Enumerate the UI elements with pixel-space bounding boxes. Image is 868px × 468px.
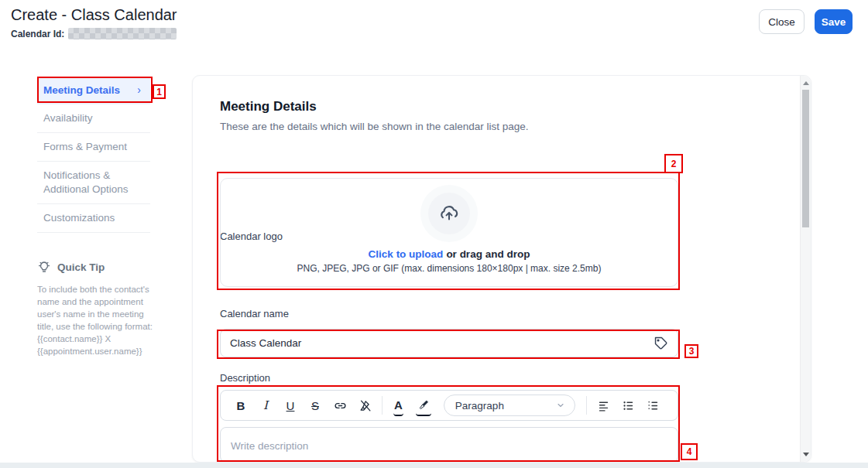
link-icon[interactable] [328,395,352,416]
section-subheading: These are the details which will be show… [220,121,528,132]
description-editor[interactable]: Write description [220,427,678,463]
meeting-details-panel: Meeting Details These are the details wh… [192,75,811,463]
sidebar-item-availability[interactable]: Availability [37,104,150,133]
rich-text-toolbar: B I U S A Paragraph [220,390,678,421]
sidebar-item-customizations[interactable]: Customizations [37,204,150,233]
paragraph-style-select[interactable]: Paragraph [444,395,575,416]
chevron-down-icon [556,401,565,410]
clear-format-icon[interactable] [352,395,377,416]
quick-tip: Quick Tip To include both the contact's … [37,260,156,357]
bold-button[interactable]: B [228,395,253,416]
paragraph-style-value: Paragraph [455,400,504,412]
annotation-label-1: 1 [153,84,166,99]
sidebar-item-forms-payment[interactable]: Forms & Payment [37,133,150,162]
panel-scrollbar[interactable] [800,76,811,462]
strikethrough-button[interactable]: S [303,395,328,416]
italic-button[interactable]: I [253,395,278,416]
sidebar-item-label: Meeting Details [43,84,120,96]
close-button[interactable]: Close [759,9,805,34]
scroll-down-arrow-icon[interactable] [803,453,809,456]
scrollbar-thumb[interactable] [802,90,809,227]
section-heading: Meeting Details [220,99,317,114]
calendar-name-label: Calendar name [220,308,289,319]
chevron-right-icon: › [137,83,141,97]
sidebar-item-meeting-details[interactable]: Meeting Details › [37,77,150,104]
align-left-icon[interactable] [592,395,616,416]
page-title: Create - Class Calendar [11,6,177,24]
underline-button[interactable]: U [278,395,303,416]
calendar-name-input[interactable] [220,329,678,357]
numbered-list-icon[interactable] [641,395,666,416]
toolbar-divider [382,396,383,415]
logo-upload-dropzone[interactable]: Click to uploador drag and drop PNG, JPE… [220,178,678,287]
upload-cloud-icon [428,193,470,234]
click-to-upload-link[interactable]: Click to upload [369,248,444,260]
calendar-id-row: Calendar Id: [11,28,177,39]
quick-tip-title: Quick Tip [57,261,105,273]
calendar-id-label: Calendar Id: [11,29,64,39]
lightbulb-icon [37,260,51,274]
description-placeholder: Write description [231,440,308,452]
scroll-up-arrow-icon[interactable] [803,81,809,85]
sidebar-item-notifications-options[interactable]: Notifications & Additional Options [37,162,150,204]
text-color-button[interactable]: A [393,395,403,416]
upload-hint: PNG, JPEG, JPG or GIF (max. dimensions 1… [221,263,678,274]
toolbar-divider [586,396,587,415]
tag-icon[interactable] [654,336,668,350]
calendar-id-redacted-value [68,28,177,39]
quick-tip-body: To include both the contact's name and t… [37,283,156,357]
description-label: Description [220,372,270,384]
page-bottom-strip [0,463,868,468]
settings-nav: Meeting Details › Availability Forms & P… [37,77,150,233]
highlight-button[interactable] [416,395,431,416]
drag-drop-text: or drag and drop [446,248,530,260]
bullet-list-icon[interactable] [616,395,641,416]
save-button[interactable]: Save [815,9,853,34]
